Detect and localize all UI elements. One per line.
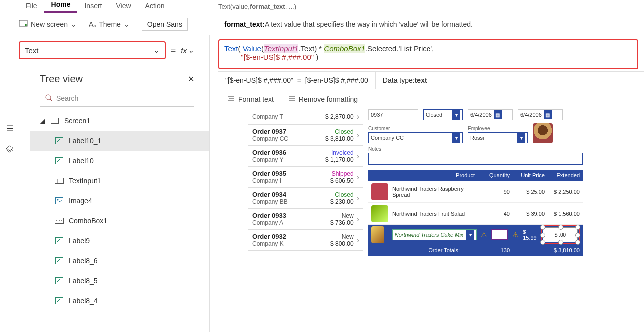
search-icon (45, 94, 52, 103)
tab-action[interactable]: Action (138, 0, 172, 13)
tree-item[interactable]: Label8_6 (30, 251, 209, 271)
combo-icon (55, 216, 64, 225)
product-name: Northwind Traders Raspberry Spread (392, 186, 475, 198)
format-text-button[interactable]: Format text (227, 95, 274, 103)
font-selector[interactable]: Open Sans (142, 18, 188, 31)
svg-line-9 (57, 159, 60, 162)
tree-item[interactable]: Label10 (30, 151, 209, 171)
line-unit: $ 25.00 (510, 189, 545, 195)
order-item[interactable]: Order 0935Company IShipped$ 606.50› (248, 167, 363, 188)
tree-item[interactable]: Image4 (30, 191, 209, 211)
theme-button[interactable]: Aₐ Theme ⌄ (89, 20, 130, 28)
product-thumbnail (371, 183, 388, 200)
formula-bar[interactable]: Text( Value(TextInput1.Text) * ComboBox1… (218, 39, 638, 69)
function-signature: Text(value, format_text , ...) (218, 0, 296, 13)
formula-text: Text( Value(TextInput1.Text) * ComboBox1… (224, 44, 434, 64)
line-unit: $ 39.00 (510, 211, 545, 217)
order-item[interactable]: Order 0933Company ANew$ 736.00› (248, 209, 363, 230)
warning-icon: ⚠ (512, 231, 519, 239)
new-screen-button[interactable]: + New screen ⌄ (19, 20, 77, 28)
line-items-header: Product Quantity Unit Price Extended (368, 170, 583, 181)
label-icon (55, 256, 64, 265)
chevron-down-icon: ⌄ (71, 20, 77, 28)
tree-item[interactable]: ComboBox1 (30, 211, 209, 231)
svg-rect-8 (56, 158, 63, 164)
chevron-right-icon: › (354, 131, 359, 140)
remove-formatting-button[interactable]: Remove formatting (288, 95, 358, 103)
order-item[interactable]: Order 0932Company KNew$ 800.00› (248, 230, 363, 251)
property-selector-value: Text (25, 46, 39, 55)
orders-gallery[interactable]: Company T$ 2,870.00›Order 0937Company CC… (248, 109, 363, 251)
result-bar: "[$-en-US]$ #,###.00" = [$-en-US]$ #,###… (218, 71, 644, 89)
order-item[interactable]: Order 0934Company BBClosed$ 230.00› (248, 188, 363, 209)
quantity-input[interactable] (491, 229, 508, 240)
menu-bar: File Home Insert View Action (0, 0, 644, 13)
warning-icon: ⚠ (481, 231, 487, 239)
product-thumbnail (371, 205, 388, 222)
svg-point-13 (57, 199, 59, 201)
tree-item-label: Image4 (69, 197, 92, 205)
label-icon (55, 276, 64, 285)
order-item[interactable]: Order 0937Company CCClosed$ 3,810.00› (248, 125, 363, 146)
notes-label: Notes (368, 146, 583, 152)
svg-rect-22 (56, 278, 63, 284)
image-icon (55, 196, 64, 205)
tree-item[interactable]: TextInput1 (30, 171, 209, 191)
tree-item[interactable]: Label10_1 (30, 131, 209, 151)
product-name: Northwind Traders Fruit Salad (392, 211, 475, 217)
tree-root-label: Screen1 (64, 117, 90, 125)
layers-icon[interactable] (4, 144, 15, 155)
tree-header: Tree view (0, 65, 209, 90)
chevron-down-icon: ⌄ (153, 46, 160, 55)
tab-home[interactable]: Home (44, 0, 78, 13)
svg-line-4 (50, 99, 52, 101)
svg-line-7 (57, 139, 60, 142)
tree-view: ◢ Screen1 Label10_1Label10TextInput1Imag… (0, 111, 209, 311)
order-item[interactable]: Order 0936Company YInvoiced$ 1,170.00› (248, 146, 363, 167)
tree-item[interactable]: Label8_5 (30, 271, 209, 291)
tree-item-label: TextInput1 (69, 177, 101, 185)
order-detail: 0937 Closed▾ 6/4/2006▦ 6/4/2006▦ Custome… (368, 109, 583, 256)
date2-field[interactable]: 6/4/2006▦ (518, 109, 563, 120)
line-qty: 40 (475, 211, 510, 217)
tab-view[interactable]: View (109, 0, 138, 13)
product-combobox[interactable]: Northwind Traders Cake Mix▾ (392, 229, 477, 240)
date1-field[interactable]: 6/4/2006▦ (468, 109, 513, 120)
tab-insert[interactable]: Insert (77, 0, 109, 13)
screen-icon (50, 116, 59, 125)
tree-item-label: Label10_1 (69, 137, 101, 145)
hint-text: A text value that specifies the way in w… (265, 20, 473, 28)
chevron-right-icon: › (354, 194, 359, 203)
left-panel: Text ⌄ = fx⌄ ☰ Tree view Search ◢ Screen… (0, 35, 210, 332)
close-icon[interactable] (188, 74, 194, 84)
customer-dropdown[interactable]: Company CC▾ (368, 132, 463, 143)
fx-button[interactable]: fx⌄ (181, 46, 194, 55)
property-selector[interactable]: Text ⌄ (19, 41, 166, 59)
svg-line-19 (57, 239, 60, 242)
svg-line-25 (57, 299, 60, 302)
svg-line-21 (57, 259, 60, 262)
tree-item[interactable]: Label9 (30, 231, 209, 251)
svg-point-15 (56, 220, 57, 221)
extended-label-selection[interactable]: $ .00 (541, 225, 580, 244)
svg-rect-10 (55, 178, 64, 184)
expand-icon[interactable]: ◢ (40, 117, 45, 125)
order-item[interactable]: Company T$ 2,870.00› (248, 109, 363, 125)
line-item[interactable]: Northwind Traders Raspberry Spread90$ 25… (368, 181, 583, 203)
tree-view-icon[interactable]: ☰ (4, 123, 15, 134)
svg-point-17 (61, 220, 62, 221)
chevron-down-icon: ⌄ (188, 46, 194, 55)
chevron-right-icon: › (354, 152, 359, 161)
svg-point-16 (59, 220, 60, 221)
tree-screen-root[interactable]: ◢ Screen1 (30, 111, 209, 131)
label-icon (55, 156, 64, 165)
tree-item[interactable]: Label8_4 (30, 291, 209, 311)
notes-input[interactable] (368, 153, 583, 165)
tab-file[interactable]: File (19, 0, 44, 13)
status-dropdown[interactable]: Closed▾ (423, 109, 463, 120)
line-item[interactable]: Northwind Traders Fruit Salad40$ 39.00$ … (368, 203, 583, 225)
employee-dropdown[interactable]: Rossi▾ (468, 132, 528, 143)
side-rail: ☰ (0, 118, 20, 155)
search-placeholder: Search (56, 94, 78, 102)
tree-search[interactable]: Search (40, 90, 194, 107)
